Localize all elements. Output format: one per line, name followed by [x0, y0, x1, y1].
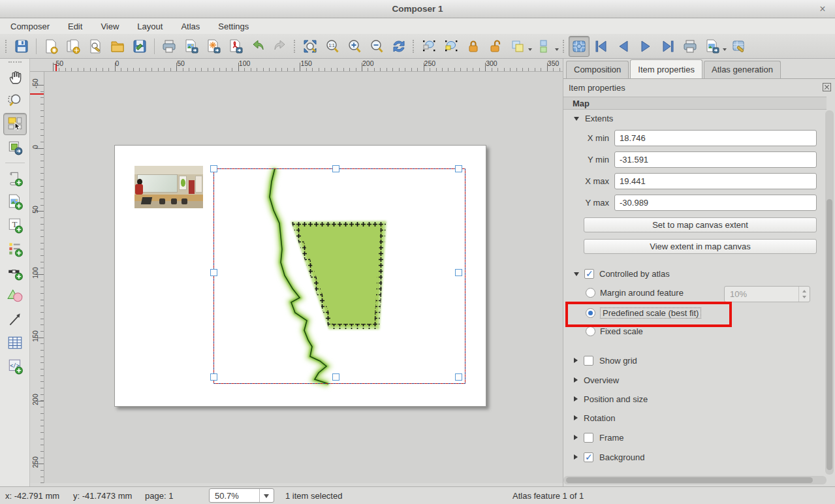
map-item-selected[interactable] [213, 168, 465, 384]
refresh-view-button[interactable] [388, 36, 409, 57]
save-button[interactable] [11, 36, 32, 57]
composition-canvas[interactable] [44, 72, 563, 483]
atlas-previous-feature-button[interactable] [613, 36, 634, 57]
export-image-button[interactable] [181, 36, 202, 57]
margin-spinbox[interactable]: 10% [724, 286, 810, 302]
view-extent-in-map-canvas-button[interactable]: View extent in map canvas [584, 239, 817, 254]
controlled-by-atlas-header[interactable]: Controlled by atlas [574, 269, 670, 279]
fixed-scale-radio[interactable] [586, 326, 595, 336]
section-rotation[interactable]: Rotation [574, 412, 615, 424]
zoom-out-button[interactable] [366, 36, 387, 57]
ymax-input[interactable]: -30.989 [614, 195, 817, 211]
section-frame[interactable]: Frame [574, 432, 624, 443]
lock-items-button[interactable] [463, 36, 484, 57]
atlas-first-feature-button[interactable] [591, 36, 612, 57]
section-overview[interactable]: Overview [574, 374, 619, 386]
open-button[interactable] [107, 36, 128, 57]
zoom-actual-button[interactable]: 1:1 [322, 36, 343, 57]
export-svg-button[interactable] [203, 36, 224, 57]
toolbar-drag-handle[interactable] [5, 40, 8, 53]
atlas-next-feature-button[interactable] [635, 36, 656, 57]
controlled-by-atlas-checkbox[interactable] [584, 269, 594, 279]
panel-horizontal-scrollbar[interactable] [563, 476, 827, 484]
section-show-grid[interactable]: Show grid [574, 354, 637, 366]
atlas-preview-button[interactable] [569, 36, 590, 57]
resize-handle-bottom-center[interactable] [332, 373, 339, 381]
menu-edit[interactable]: Edit [61, 20, 89, 33]
atlas-settings-button[interactable] [729, 36, 749, 57]
menu-view[interactable]: View [94, 20, 125, 33]
zoom-tool-button[interactable] [3, 89, 27, 112]
resize-handle-bottom-right[interactable] [455, 373, 462, 381]
move-item-content-button[interactable] [441, 36, 462, 57]
toolbar-drag-handle[interactable] [294, 40, 296, 53]
xmin-input[interactable]: 18.746 [614, 130, 817, 146]
panel-vertical-scrollbar[interactable] [825, 110, 834, 475]
resize-handle-middle-left[interactable] [210, 269, 217, 276]
dock-close-icon[interactable] [823, 83, 831, 91]
resize-handle-top-left[interactable] [210, 165, 217, 172]
composition-manager-button[interactable] [85, 36, 106, 57]
new-composition-button[interactable] [40, 36, 61, 57]
xmax-input[interactable]: 19.441 [614, 173, 817, 189]
menu-layout[interactable]: Layout [131, 20, 169, 33]
menu-atlas[interactable]: Atlas [174, 20, 206, 33]
select-move-item-button[interactable] [418, 36, 439, 57]
undo-button[interactable] [247, 36, 268, 57]
close-icon[interactable]: × [817, 3, 828, 15]
pan-tool-button[interactable] [3, 66, 27, 88]
add-scalebar-button[interactable] [3, 261, 27, 283]
add-html-button[interactable]: </> [3, 355, 27, 377]
add-arrow-button[interactable] [3, 308, 27, 330]
align-items-button[interactable] [534, 36, 555, 57]
background-checkbox[interactable] [584, 452, 593, 462]
move-item-content-tool-button[interactable] [3, 136, 27, 159]
save-as-button[interactable] [129, 36, 150, 57]
combo-dropdown-icon[interactable] [259, 489, 274, 502]
section-position-and-size[interactable]: Position and size [574, 393, 648, 405]
atlas-last-feature-button[interactable] [657, 36, 678, 57]
tab-item-properties[interactable]: Item properties [630, 59, 702, 78]
tab-atlas-generation[interactable]: Atlas generation [704, 61, 781, 78]
resize-handle-top-center[interactable] [332, 165, 339, 172]
picture-item[interactable] [134, 166, 203, 208]
ymin-input[interactable]: -31.591 [614, 151, 817, 168]
print-atlas-button[interactable] [680, 36, 701, 57]
show-grid-checkbox[interactable] [584, 356, 593, 366]
extents-group-header[interactable]: Extents [574, 114, 613, 123]
set-to-map-canvas-extent-button[interactable]: Set to map canvas extent [584, 217, 817, 232]
tab-composition[interactable]: Composition [566, 61, 629, 78]
scrollbar-thumb[interactable] [566, 477, 813, 483]
select-move-item-tool-button[interactable] [3, 113, 27, 135]
add-legend-button[interactable] [3, 238, 27, 260]
print-button[interactable] [159, 36, 180, 57]
zoom-in-button[interactable] [344, 36, 365, 57]
export-atlas-button[interactable] [702, 36, 723, 57]
unlock-items-button[interactable] [485, 36, 506, 57]
resize-handle-top-right[interactable] [455, 165, 462, 172]
add-attribute-table-button[interactable] [3, 332, 27, 354]
zoom-full-button[interactable] [300, 36, 321, 57]
export-pdf-button[interactable] [225, 36, 246, 57]
add-shape-button[interactable] [3, 285, 27, 307]
zoom-level-combobox[interactable]: 50.7% [209, 488, 274, 503]
add-image-button[interactable] [3, 191, 27, 213]
spin-arrows[interactable] [798, 287, 810, 302]
resize-handle-middle-right[interactable] [455, 269, 462, 276]
add-new-page-button[interactable] [3, 167, 27, 189]
scrollbar-thumb[interactable] [827, 199, 832, 470]
add-label-button[interactable]: T [3, 214, 27, 236]
menu-settings[interactable]: Settings [212, 20, 255, 33]
toolbar-drag-handle[interactable] [413, 40, 415, 53]
frame-checkbox[interactable] [584, 433, 593, 443]
duplicate-composition-button[interactable] [63, 36, 84, 57]
toolbar-drag-handle[interactable] [8, 61, 22, 64]
toolbar-drag-handle[interactable] [563, 40, 565, 53]
menu-composer[interactable]: Composer [4, 20, 56, 33]
margin-around-feature-radio[interactable] [586, 288, 595, 298]
section-background[interactable]: Background [574, 451, 644, 463]
raise-items-button[interactable] [507, 36, 528, 57]
resize-handle-bottom-left[interactable] [210, 373, 217, 381]
redo-button[interactable] [270, 36, 291, 57]
horizontal-ruler: -50050100150200250300350 [30, 59, 563, 72]
